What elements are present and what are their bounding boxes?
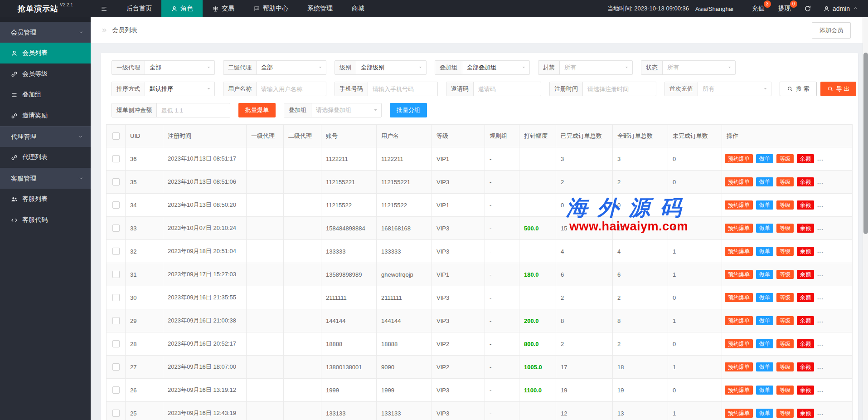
sidebar-item-0-1[interactable]: 会员等级 — [0, 63, 91, 84]
make-order-button[interactable]: 做单 — [756, 177, 773, 186]
sort-filter-value[interactable]: 默认排序 — [145, 82, 214, 96]
ban-filter-value[interactable]: 所有 — [560, 61, 632, 74]
burst-amount-filter[interactable]: 爆单侧冲金额 — [112, 103, 230, 117]
reserve-burst-button[interactable]: 预约爆单 — [725, 362, 753, 371]
level-button[interactable]: 等级 — [776, 316, 794, 325]
balance-button[interactable]: 余额 — [797, 270, 814, 279]
more-actions[interactable]: ... — [817, 201, 824, 208]
burst-amount-filter-input[interactable] — [157, 103, 230, 117]
level-button[interactable]: 等级 — [776, 293, 794, 302]
more-actions[interactable]: ... — [817, 248, 824, 254]
batch-group-filter-value[interactable]: 请选择叠加组 — [311, 103, 381, 117]
more-actions[interactable]: ... — [817, 225, 824, 231]
search-button[interactable]: 搜 索 — [780, 82, 817, 96]
sidebar-item-0-2[interactable]: 叠加组 — [0, 84, 91, 105]
invite-code-filter-input[interactable] — [474, 82, 541, 96]
user-menu[interactable]: admin — [818, 0, 868, 17]
row-checkbox[interactable] — [112, 201, 120, 209]
balance-button[interactable]: 余额 — [797, 293, 814, 302]
balance-button[interactable]: 余额 — [797, 316, 814, 325]
add-member-button[interactable]: 添加会员 — [812, 22, 851, 39]
sidebar-group-1[interactable]: 代理管理 — [0, 126, 91, 147]
row-checkbox[interactable] — [112, 271, 120, 278]
level-button[interactable]: 等级 — [776, 177, 794, 186]
username-filter[interactable]: 用户名称 — [223, 82, 326, 96]
nav-item-4[interactable]: 系统管理 — [298, 0, 342, 17]
more-actions[interactable]: ... — [817, 317, 824, 324]
level-button[interactable]: 等级 — [776, 247, 794, 256]
batch-group-filter[interactable]: 叠加组请选择叠加组 — [284, 103, 382, 117]
sidebar-group-0[interactable]: 会员管理 — [0, 22, 91, 43]
reserve-burst-button[interactable]: 预约爆单 — [725, 316, 753, 325]
select-all-checkbox[interactable] — [112, 132, 120, 140]
balance-button[interactable]: 余额 — [797, 409, 814, 418]
group-filter-value[interactable]: 全部叠加组 — [462, 61, 529, 74]
level-button[interactable]: 等级 — [776, 386, 794, 395]
make-order-button[interactable]: 做单 — [756, 386, 773, 395]
reserve-burst-button[interactable]: 预约爆单 — [725, 224, 753, 233]
reserve-burst-button[interactable]: 预约爆单 — [725, 386, 753, 395]
reserve-burst-button[interactable]: 预约爆单 — [725, 200, 753, 210]
make-order-button[interactable]: 做单 — [756, 293, 773, 302]
phone-filter-input[interactable] — [368, 82, 437, 96]
level-button[interactable]: 等级 — [776, 154, 794, 163]
row-checkbox[interactable] — [112, 317, 120, 324]
more-actions[interactable]: ... — [817, 386, 824, 393]
sidebar-item-0-3[interactable]: 邀请奖励 — [0, 105, 91, 126]
reserve-burst-button[interactable]: 预约爆单 — [725, 247, 753, 256]
sidebar-item-2-0[interactable]: 客服列表 — [0, 189, 91, 210]
row-checkbox[interactable] — [112, 340, 120, 347]
level-filter-value[interactable]: 全部级别 — [356, 61, 426, 74]
reserve-burst-button[interactable]: 预约爆单 — [725, 177, 753, 186]
nav-item-2[interactable]: 交易 — [203, 0, 244, 17]
sidebar-group-2[interactable]: 客服管理 — [0, 168, 91, 189]
reserve-burst-button[interactable]: 预约爆单 — [725, 270, 753, 279]
row-checkbox[interactable] — [112, 225, 120, 232]
nav-item-1[interactable]: 角色 — [161, 0, 203, 17]
scrollbar-track[interactable] — [863, 17, 868, 420]
more-actions[interactable]: ... — [817, 340, 824, 347]
make-order-button[interactable]: 做单 — [756, 339, 773, 348]
agent1-filter-value[interactable]: 全部 — [145, 61, 214, 74]
level-button[interactable]: 等级 — [776, 224, 794, 233]
row-checkbox[interactable] — [112, 363, 120, 371]
batch-group-button[interactable]: 批量分组 — [390, 103, 427, 117]
balance-button[interactable]: 余额 — [797, 386, 814, 395]
nav-item-0[interactable]: 后台首页 — [117, 0, 161, 17]
make-order-button[interactable]: 做单 — [756, 200, 773, 210]
level-button[interactable]: 等级 — [776, 339, 794, 348]
row-checkbox[interactable] — [112, 155, 120, 162]
sidebar-item-2-1[interactable]: 客服代码 — [0, 210, 91, 230]
make-order-button[interactable]: 做单 — [756, 270, 773, 279]
ban-filter[interactable]: 封禁所有 — [538, 60, 633, 75]
reg-time-filter[interactable]: 注册时间 — [549, 82, 656, 96]
make-order-button[interactable]: 做单 — [756, 154, 773, 163]
more-actions[interactable]: ... — [817, 363, 824, 370]
balance-button[interactable]: 余额 — [797, 247, 814, 256]
phone-filter[interactable]: 手机号码 — [335, 82, 438, 96]
more-actions[interactable]: ... — [817, 271, 824, 278]
row-checkbox[interactable] — [112, 248, 120, 255]
balance-button[interactable]: 余额 — [797, 200, 814, 210]
row-checkbox[interactable] — [112, 294, 120, 301]
more-actions[interactable]: ... — [817, 410, 824, 416]
more-actions[interactable]: ... — [817, 155, 824, 162]
sidebar-toggle-button[interactable] — [91, 0, 117, 17]
reserve-burst-button[interactable]: 预约爆单 — [725, 293, 753, 302]
level-button[interactable]: 等级 — [776, 270, 794, 279]
make-order-button[interactable]: 做单 — [756, 247, 773, 256]
balance-button[interactable]: 余额 — [797, 177, 814, 186]
sidebar-item-0-0[interactable]: 会员列表 — [0, 43, 91, 63]
nav-item-5[interactable]: 商城 — [342, 0, 374, 17]
row-checkbox[interactable] — [112, 178, 120, 186]
first-recharge-filter-value[interactable]: 所有 — [698, 82, 771, 96]
make-order-button[interactable]: 做单 — [756, 409, 773, 418]
nav-item-3[interactable]: 帮助中心 — [244, 0, 298, 17]
refresh-button[interactable] — [798, 0, 818, 17]
recharge-link[interactable]: 充值3 — [745, 0, 771, 17]
reserve-burst-button[interactable]: 预约爆单 — [725, 154, 753, 163]
level-button[interactable]: 等级 — [776, 200, 794, 210]
make-order-button[interactable]: 做单 — [756, 224, 773, 233]
agent1-filter[interactable]: 一级代理全部 — [112, 60, 215, 75]
balance-button[interactable]: 余额 — [797, 362, 814, 371]
